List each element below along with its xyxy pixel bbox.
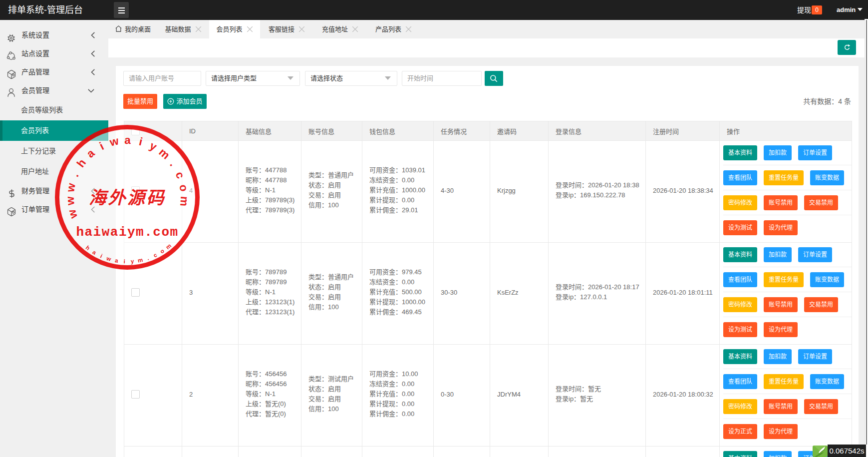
svg-text:i: i <box>123 258 125 264</box>
svg-text:m: m <box>178 196 191 207</box>
svg-text:a: a <box>124 134 131 146</box>
svg-text:海外源码: 海外源码 <box>89 188 166 208</box>
svg-text:haiwaiym.com: haiwaiym.com <box>76 225 178 240</box>
svg-text:w: w <box>64 196 77 206</box>
